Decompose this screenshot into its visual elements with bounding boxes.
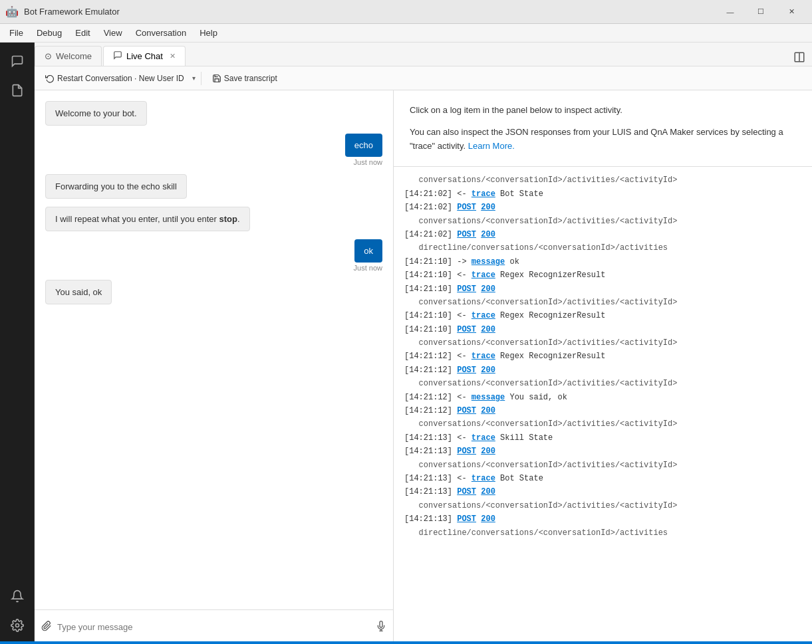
inspector-panel: Click on a log item in the panel below t… bbox=[394, 90, 812, 644]
log-path-1: conversations/<conversationId>/activitie… bbox=[404, 173, 801, 187]
titlebar: 🤖 Bot Framework Emulator — ☐ ✕ bbox=[0, 0, 812, 24]
log-entry-4[interactable]: [14:21:10] -> message ok bbox=[404, 255, 801, 268]
log-path-7: conversations/<conversationId>/activitie… bbox=[404, 417, 801, 431]
sidebar bbox=[0, 43, 35, 644]
log-entry-15[interactable]: [14:21:13] <- trace Bot State bbox=[404, 472, 801, 485]
log-entry-9[interactable]: [14:21:12] <- trace Regex RecognizerResu… bbox=[404, 350, 801, 363]
live-chat-tab-label: Live Chat bbox=[126, 51, 163, 61]
log-entry-17[interactable]: [14:21:13] POST 200 bbox=[404, 512, 801, 526]
log-entry-6[interactable]: [14:21:10] POST 200 bbox=[404, 282, 801, 296]
log-entry-1[interactable]: [14:21:02] <- trace Bot State bbox=[404, 187, 801, 201]
chat-panel: Welcome to your bot. echo Just now Forwa… bbox=[35, 90, 394, 644]
log-path-6: conversations/<conversationId>/activitie… bbox=[404, 377, 801, 390]
attach-button[interactable] bbox=[41, 621, 52, 634]
sidebar-bottom bbox=[4, 583, 31, 644]
log-entry-12[interactable]: [14:21:12] POST 200 bbox=[404, 404, 801, 417]
tab-live-chat[interactable]: Live Chat ✕ bbox=[103, 46, 186, 66]
minimize-button[interactable]: — bbox=[715, 2, 745, 22]
chat-messages: Welcome to your bot. echo Just now Forwa… bbox=[35, 90, 393, 609]
menu-debug[interactable]: Debug bbox=[30, 25, 68, 41]
inspector-info: Click on a log item in the panel below t… bbox=[394, 90, 812, 167]
tab-welcome[interactable]: ⊙ Welcome bbox=[35, 46, 102, 66]
user-message-echo-wrap: echo Just now bbox=[345, 134, 382, 166]
log-path-4: conversations/<conversationId>/activitie… bbox=[404, 296, 801, 309]
user-message-echo: echo bbox=[345, 134, 382, 157]
log-entry-2[interactable]: [14:21:02] POST 200 bbox=[404, 201, 801, 214]
log-path-3: directline/conversations/<conversationId… bbox=[404, 241, 801, 255]
log-path-2: conversations/<conversationId>/activitie… bbox=[404, 215, 801, 228]
log-path-5: conversations/<conversationId>/activitie… bbox=[404, 336, 801, 350]
main-content: ⊙ Welcome Live Chat ✕ Restart Conversati… bbox=[35, 43, 812, 644]
menu-conversation[interactable]: Conversation bbox=[129, 25, 194, 41]
log-panel[interactable]: conversations/<conversationId>/activitie… bbox=[394, 167, 812, 644]
user-message-ok: ok bbox=[354, 239, 382, 263]
toolbar: Restart Conversation · New User ID ▾ Sav… bbox=[35, 66, 812, 90]
toolbar-separator bbox=[201, 72, 202, 85]
log-entry-5[interactable]: [14:21:10] <- trace Regex RecognizerResu… bbox=[404, 268, 801, 282]
main-pane: Welcome to your bot. echo Just now Forwa… bbox=[35, 90, 812, 644]
sidebar-icon-document[interactable] bbox=[4, 77, 31, 104]
maximize-button[interactable]: ☐ bbox=[745, 2, 776, 22]
menu-file[interactable]: File bbox=[3, 25, 30, 41]
restart-dropdown-arrow[interactable]: ▾ bbox=[192, 74, 196, 82]
microphone-button[interactable] bbox=[376, 621, 386, 634]
app-layout: ⊙ Welcome Live Chat ✕ Restart Conversati… bbox=[0, 43, 812, 644]
chat-input-area bbox=[35, 609, 393, 644]
log-entry-8[interactable]: [14:21:10] POST 200 bbox=[404, 323, 801, 336]
log-entry-3[interactable]: [14:21:02] POST 200 bbox=[404, 228, 801, 241]
live-chat-tab-close[interactable]: ✕ bbox=[170, 52, 176, 60]
bot-message-welcome: Welcome to your bot. bbox=[45, 101, 147, 126]
welcome-tab-icon: ⊙ bbox=[45, 51, 52, 61]
close-button[interactable]: ✕ bbox=[776, 2, 807, 22]
restart-label: Restart Conversation · New User ID bbox=[57, 74, 184, 83]
log-entry-11[interactable]: [14:21:12] <- message You said, ok bbox=[404, 391, 801, 404]
chat-input[interactable] bbox=[57, 622, 370, 632]
log-entry-7[interactable]: [14:21:10] <- trace Regex RecognizerResu… bbox=[404, 309, 801, 322]
restart-conversation-button[interactable]: Restart Conversation · New User ID bbox=[40, 71, 190, 86]
bot-message-you-said: You said, ok bbox=[45, 280, 112, 304]
log-path-8: conversations/<conversationId>/activitie… bbox=[404, 459, 801, 472]
sidebar-icon-settings[interactable] bbox=[4, 612, 31, 639]
save-transcript-button[interactable]: Save transcript bbox=[207, 71, 283, 86]
taskbar-accent bbox=[0, 641, 812, 644]
menubar: File Debug Edit View Conversation Help bbox=[0, 24, 812, 43]
bot-message-forwarding: Forwarding you to the echo skill bbox=[45, 174, 187, 199]
log-entry-10[interactable]: [14:21:12] POST 200 bbox=[404, 364, 801, 377]
tabs-bar: ⊙ Welcome Live Chat ✕ bbox=[35, 43, 812, 66]
inspector-info-line1: Click on a log item in the panel below t… bbox=[410, 104, 796, 118]
inspector-info-line2: You can also inspect the JSON responses … bbox=[410, 126, 796, 154]
welcome-tab-label: Welcome bbox=[56, 51, 92, 61]
log-path-9: conversations/<conversationId>/activitie… bbox=[404, 499, 801, 512]
app-title: Bot Framework Emulator bbox=[24, 7, 120, 17]
learn-more-link[interactable]: Learn More. bbox=[468, 141, 515, 151]
window-controls: — ☐ ✕ bbox=[715, 2, 807, 22]
user-message-ok-wrap: ok Just now bbox=[354, 239, 382, 272]
user-message-echo-time: Just now bbox=[354, 158, 382, 166]
bot-message-repeat: I will repeat what you enter, until you … bbox=[45, 207, 250, 231]
menu-view[interactable]: View bbox=[97, 25, 129, 41]
log-entry-13[interactable]: [14:21:13] <- trace Skill State bbox=[404, 431, 801, 445]
log-path-10: directline/conversations/<conversationId… bbox=[404, 526, 801, 540]
log-entry-14[interactable]: [14:21:13] POST 200 bbox=[404, 445, 801, 458]
svg-point-0 bbox=[15, 624, 19, 627]
live-chat-tab-icon bbox=[113, 51, 122, 62]
layout-toggle-button[interactable] bbox=[787, 49, 812, 66]
menu-edit[interactable]: Edit bbox=[68, 25, 96, 41]
user-message-ok-time: Just now bbox=[354, 264, 382, 272]
save-transcript-label: Save transcript bbox=[224, 74, 277, 83]
app-icon: 🤖 bbox=[5, 5, 19, 18]
menu-help[interactable]: Help bbox=[193, 25, 224, 41]
sidebar-icon-bell[interactable] bbox=[4, 583, 31, 609]
sidebar-icon-chat[interactable] bbox=[4, 48, 31, 74]
log-entry-16[interactable]: [14:21:13] POST 200 bbox=[404, 485, 801, 498]
